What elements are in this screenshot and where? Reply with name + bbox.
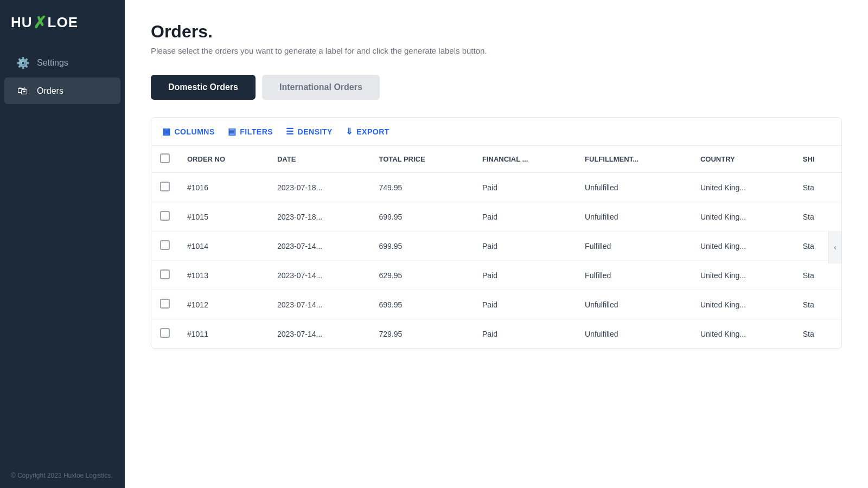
row-fulfillment: Unfulfilled — [576, 290, 692, 319]
table-row: #1011 2023-07-14... 729.95 Paid Unfulfil… — [151, 319, 841, 349]
density-button[interactable]: ☰ DENSITY — [286, 126, 333, 137]
header-country: COUNTRY — [692, 146, 794, 173]
sidebar-item-label-settings: Settings — [37, 58, 68, 68]
header-financial: FINANCIAL ... — [474, 146, 576, 173]
row-total-price: 699.95 — [370, 202, 474, 232]
row-shi: Sta — [794, 319, 841, 349]
header-checkbox — [151, 146, 178, 173]
filters-icon: ▤ — [228, 126, 237, 137]
row-total-price: 629.95 — [370, 261, 474, 290]
filters-button[interactable]: ▤ FILTERS — [228, 126, 273, 137]
row-checkbox-5[interactable] — [160, 328, 170, 338]
header-total-price: TOTAL PRICE — [370, 146, 474, 173]
logo-text: HU✗LOE — [11, 13, 78, 32]
export-label: EXPORT — [356, 127, 390, 136]
logo: HU✗LOE — [0, 0, 125, 43]
page-subtitle: Please select the orders you want to gen… — [151, 46, 842, 55]
logo-x: ✗ — [33, 13, 47, 32]
header-date: DATE — [269, 146, 370, 173]
row-checkbox-0[interactable] — [160, 182, 170, 191]
row-country: United King... — [692, 290, 794, 319]
row-checkbox-cell — [151, 173, 178, 202]
row-checkbox-cell — [151, 232, 178, 261]
row-shi: Sta — [794, 290, 841, 319]
table-row: #1016 2023-07-18... 749.95 Paid Unfulfil… — [151, 173, 841, 202]
row-total-price: 749.95 — [370, 173, 474, 202]
orders-table: ORDER NO DATE TOTAL PRICE FINANCIAL ... … — [151, 146, 841, 349]
table-header-row: ORDER NO DATE TOTAL PRICE FINANCIAL ... … — [151, 146, 841, 173]
orders-icon: 🛍 — [16, 85, 29, 97]
row-checkbox-cell — [151, 290, 178, 319]
row-date: 2023-07-14... — [269, 290, 370, 319]
row-checkbox-1[interactable] — [160, 211, 170, 221]
sidebar-footer: © Copyright 2023 Huxloe Logistics. — [0, 463, 125, 488]
sidebar-item-label-orders: Orders — [37, 86, 63, 96]
row-fulfillment: Fulfilled — [576, 232, 692, 261]
row-checkbox-4[interactable] — [160, 299, 170, 309]
row-country: United King... — [692, 261, 794, 290]
header-fulfillment: FULFILLMENT... — [576, 146, 692, 173]
row-checkbox-cell — [151, 202, 178, 232]
row-total-price: 699.95 — [370, 232, 474, 261]
row-financial: Paid — [474, 202, 576, 232]
header-order-no: ORDER NO — [178, 146, 269, 173]
gear-icon: ⚙️ — [16, 56, 29, 69]
row-total-price: 729.95 — [370, 319, 474, 349]
row-order-no: #1014 — [178, 232, 269, 261]
table-row: #1013 2023-07-14... 629.95 Paid Fulfille… — [151, 261, 841, 290]
main-content: Orders. Please select the orders you wan… — [125, 0, 868, 488]
select-all-checkbox[interactable] — [160, 153, 170, 163]
row-order-no: #1012 — [178, 290, 269, 319]
row-fulfillment: Unfulfilled — [576, 202, 692, 232]
columns-label: COLUMNS — [175, 127, 215, 136]
row-financial: Paid — [474, 232, 576, 261]
sidebar-nav: ⚙️ Settings 🛍 Orders — [0, 43, 125, 463]
row-fulfillment: Unfulfilled — [576, 319, 692, 349]
row-checkbox-2[interactable] — [160, 240, 170, 250]
tab-domestic-orders[interactable]: Domestic Orders — [151, 75, 256, 100]
footer-text: © Copyright 2023 Huxloe Logistics. — [11, 472, 113, 479]
filters-label: FILTERS — [240, 127, 273, 136]
row-date: 2023-07-14... — [269, 319, 370, 349]
row-date: 2023-07-18... — [269, 202, 370, 232]
table-row: #1014 2023-07-14... 699.95 Paid Fulfille… — [151, 232, 841, 261]
row-country: United King... — [692, 319, 794, 349]
table-row: #1015 2023-07-18... 699.95 Paid Unfulfil… — [151, 202, 841, 232]
row-shi: Sta — [794, 261, 841, 290]
export-icon: ⇓ — [346, 126, 353, 137]
row-date: 2023-07-14... — [269, 232, 370, 261]
row-fulfillment: Fulfilled — [576, 261, 692, 290]
collapse-panel-arrow[interactable]: ‹ — [828, 231, 841, 264]
export-button[interactable]: ⇓ EXPORT — [346, 126, 390, 137]
row-shi: Sta — [794, 202, 841, 232]
columns-button[interactable]: ▦ COLUMNS — [162, 126, 215, 137]
sidebar-item-settings[interactable]: ⚙️ Settings — [4, 49, 120, 76]
row-financial: Paid — [474, 261, 576, 290]
row-checkbox-cell — [151, 319, 178, 349]
columns-icon: ▦ — [162, 126, 171, 137]
row-financial: Paid — [474, 173, 576, 202]
row-financial: Paid — [474, 290, 576, 319]
row-total-price: 699.95 — [370, 290, 474, 319]
row-country: United King... — [692, 202, 794, 232]
row-country: United King... — [692, 173, 794, 202]
table-toolbar: ▦ COLUMNS ▤ FILTERS ☰ DENSITY ⇓ EXPORT — [151, 118, 841, 146]
row-country: United King... — [692, 232, 794, 261]
orders-table-container: ▦ COLUMNS ▤ FILTERS ☰ DENSITY ⇓ EXPORT — [151, 117, 842, 349]
sidebar-item-orders[interactable]: 🛍 Orders — [4, 78, 120, 104]
row-checkbox-3[interactable] — [160, 269, 170, 279]
row-order-no: #1011 — [178, 319, 269, 349]
row-checkbox-cell — [151, 261, 178, 290]
row-order-no: #1015 — [178, 202, 269, 232]
page-title: Orders. — [151, 22, 842, 42]
row-shi: Sta — [794, 173, 841, 202]
tab-international-orders[interactable]: International Orders — [262, 75, 380, 100]
row-order-no: #1013 — [178, 261, 269, 290]
header-shi: SHI — [794, 146, 841, 173]
row-date: 2023-07-18... — [269, 173, 370, 202]
row-financial: Paid — [474, 319, 576, 349]
density-icon: ☰ — [286, 126, 294, 137]
row-fulfillment: Unfulfilled — [576, 173, 692, 202]
row-order-no: #1016 — [178, 173, 269, 202]
table-row: #1012 2023-07-14... 699.95 Paid Unfulfil… — [151, 290, 841, 319]
